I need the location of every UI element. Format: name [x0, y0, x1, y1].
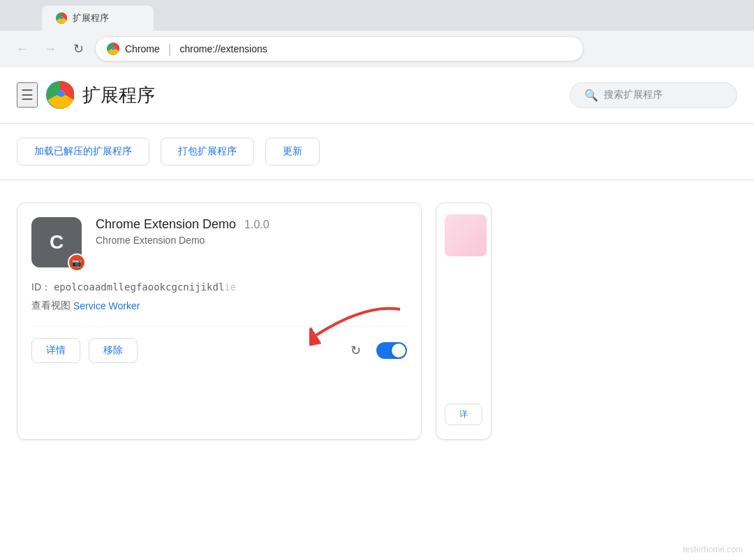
extension-meta: ID： epolcoaadmllegfaookcgcnijikdlie 查看视图…	[31, 281, 407, 312]
address-text: chrome://extensions	[179, 43, 267, 54]
active-tab[interactable]: 扩展程序	[42, 6, 154, 31]
extension-name-row: Chrome Extension Demo 1.0.0	[96, 217, 407, 232]
remove-button[interactable]: 移除	[89, 338, 138, 363]
hamburger-button[interactable]: ☰	[17, 82, 38, 108]
extension-toggle[interactable]	[376, 342, 407, 359]
extensions-header: ☰ 扩展程序 🔍 搜索扩展程序	[0, 67, 754, 124]
partial-card-content	[436, 203, 491, 273]
extension-icon-letter: C	[50, 231, 64, 253]
chrome-logo	[46, 81, 74, 109]
service-worker-link[interactable]: Service Worker	[73, 300, 140, 311]
extension-description: Chrome Extension Demo	[96, 235, 407, 246]
reload-icon: ↻	[350, 343, 361, 358]
card-reload-button[interactable]: ↻	[343, 338, 368, 363]
cards-area: C 📷 Chrome Extension Demo 1.0.0 Chrome E…	[0, 191, 754, 451]
page-title: 扩展程序	[82, 83, 561, 108]
pack-extension-button[interactable]: 打包扩展程序	[161, 138, 254, 165]
tab-bar: 扩展程序	[0, 0, 754, 31]
browser-chrome: 扩展程序 ← → ↻ Chrome | chrome://extensions	[0, 0, 754, 67]
tab-title: 扩展程序	[73, 12, 109, 24]
card-top: C 📷 Chrome Extension Demo 1.0.0 Chrome E…	[31, 217, 407, 267]
forward-button[interactable]: →	[39, 38, 61, 60]
back-button[interactable]: ←	[11, 38, 34, 60]
extension-version: 1.0.0	[244, 219, 269, 231]
extension-name: Chrome Extension Demo	[96, 217, 236, 232]
toggle-thumb	[392, 344, 406, 358]
search-placeholder: 搜索扩展程序	[604, 89, 663, 101]
detail-button[interactable]: 详情	[31, 338, 80, 363]
search-box[interactable]: 🔍 搜索扩展程序	[570, 82, 737, 108]
update-button[interactable]: 更新	[265, 138, 320, 165]
partial-card-footer: 详	[445, 404, 482, 425]
address-bar[interactable]: Chrome | chrome://extensions	[95, 36, 584, 61]
search-icon: 🔍	[584, 89, 598, 102]
view-label: 查看视图	[31, 300, 71, 312]
divider	[0, 179, 754, 180]
address-divider: |	[168, 42, 172, 57]
extension-card: C 📷 Chrome Extension Demo 1.0.0 Chrome E…	[17, 202, 422, 440]
page-content: ☰ 扩展程序 🔍 搜索扩展程序 加载已解压的扩展程序 打包扩展程序 更新	[0, 67, 754, 560]
action-buttons-row: 加载已解压的扩展程序 打包扩展程序 更新	[0, 124, 754, 179]
camera-badge: 📷	[68, 253, 86, 272]
extension-icon-wrapper: C 📷	[31, 217, 82, 267]
camera-icon: 📷	[72, 258, 82, 267]
extension-view-row: 查看视图 Service Worker	[31, 300, 407, 312]
chrome-label: Chrome	[125, 43, 160, 54]
address-favicon	[107, 43, 119, 55]
partial-detail-button[interactable]: 详	[445, 404, 482, 425]
tab-favicon	[56, 13, 67, 24]
reload-button[interactable]: ↻	[67, 38, 89, 60]
extension-info: Chrome Extension Demo 1.0.0 Chrome Exten…	[96, 217, 407, 267]
extension-id-value: epolcoaadmllegfaookcgcnijikdlie	[54, 281, 236, 293]
card-footer: 详情 移除 ↻	[31, 326, 407, 363]
toggle-track	[376, 342, 407, 359]
extension-id-row: ID： epolcoaadmllegfaookcgcnijikdlie	[31, 281, 407, 294]
partial-card-icon	[445, 214, 487, 256]
address-bar-row: ← → ↻ Chrome | chrome://extensions	[0, 31, 754, 67]
partial-extension-card: 详	[436, 202, 491, 440]
extension-id-label: ID：	[31, 281, 51, 293]
load-unpacked-button[interactable]: 加载已解压的扩展程序	[17, 138, 149, 165]
watermark: testerhome.com	[683, 545, 743, 554]
